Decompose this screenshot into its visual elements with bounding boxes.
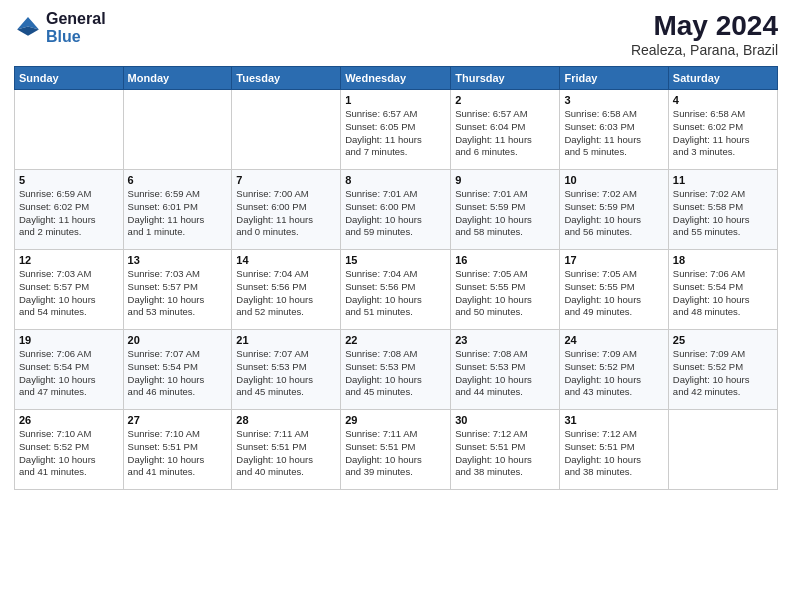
calendar-cell: 30Sunrise: 7:12 AM Sunset: 5:51 PM Dayli…	[451, 410, 560, 490]
day-info: Sunrise: 7:06 AM Sunset: 5:54 PM Dayligh…	[19, 348, 119, 399]
day-info: Sunrise: 6:58 AM Sunset: 6:03 PM Dayligh…	[564, 108, 663, 159]
col-header-monday: Monday	[123, 67, 232, 90]
week-row-3: 12Sunrise: 7:03 AM Sunset: 5:57 PM Dayli…	[15, 250, 778, 330]
day-number: 7	[236, 174, 336, 186]
week-row-5: 26Sunrise: 7:10 AM Sunset: 5:52 PM Dayli…	[15, 410, 778, 490]
calendar-cell: 18Sunrise: 7:06 AM Sunset: 5:54 PM Dayli…	[668, 250, 777, 330]
calendar-cell: 15Sunrise: 7:04 AM Sunset: 5:56 PM Dayli…	[341, 250, 451, 330]
day-number: 30	[455, 414, 555, 426]
day-info: Sunrise: 6:58 AM Sunset: 6:02 PM Dayligh…	[673, 108, 773, 159]
day-number: 16	[455, 254, 555, 266]
calendar-cell: 19Sunrise: 7:06 AM Sunset: 5:54 PM Dayli…	[15, 330, 124, 410]
day-number: 26	[19, 414, 119, 426]
day-info: Sunrise: 7:10 AM Sunset: 5:52 PM Dayligh…	[19, 428, 119, 479]
day-info: Sunrise: 6:57 AM Sunset: 6:04 PM Dayligh…	[455, 108, 555, 159]
day-number: 19	[19, 334, 119, 346]
header: General Blue May 2024 Realeza, Parana, B…	[14, 10, 778, 58]
day-number: 25	[673, 334, 773, 346]
day-info: Sunrise: 7:00 AM Sunset: 6:00 PM Dayligh…	[236, 188, 336, 239]
day-number: 20	[128, 334, 228, 346]
col-header-tuesday: Tuesday	[232, 67, 341, 90]
day-info: Sunrise: 7:03 AM Sunset: 5:57 PM Dayligh…	[128, 268, 228, 319]
calendar-cell: 9Sunrise: 7:01 AM Sunset: 5:59 PM Daylig…	[451, 170, 560, 250]
day-number: 2	[455, 94, 555, 106]
calendar-cell: 31Sunrise: 7:12 AM Sunset: 5:51 PM Dayli…	[560, 410, 668, 490]
calendar-cell: 2Sunrise: 6:57 AM Sunset: 6:04 PM Daylig…	[451, 90, 560, 170]
day-info: Sunrise: 7:12 AM Sunset: 5:51 PM Dayligh…	[564, 428, 663, 479]
day-number: 23	[455, 334, 555, 346]
subtitle: Realeza, Parana, Brazil	[631, 42, 778, 58]
day-number: 1	[345, 94, 446, 106]
day-number: 4	[673, 94, 773, 106]
week-row-1: 1Sunrise: 6:57 AM Sunset: 6:05 PM Daylig…	[15, 90, 778, 170]
calendar-cell: 29Sunrise: 7:11 AM Sunset: 5:51 PM Dayli…	[341, 410, 451, 490]
calendar-cell: 22Sunrise: 7:08 AM Sunset: 5:53 PM Dayli…	[341, 330, 451, 410]
day-info: Sunrise: 7:09 AM Sunset: 5:52 PM Dayligh…	[564, 348, 663, 399]
day-number: 28	[236, 414, 336, 426]
day-number: 29	[345, 414, 446, 426]
day-number: 6	[128, 174, 228, 186]
calendar-cell	[232, 90, 341, 170]
week-row-4: 19Sunrise: 7:06 AM Sunset: 5:54 PM Dayli…	[15, 330, 778, 410]
day-number: 21	[236, 334, 336, 346]
calendar-cell: 14Sunrise: 7:04 AM Sunset: 5:56 PM Dayli…	[232, 250, 341, 330]
col-header-saturday: Saturday	[668, 67, 777, 90]
calendar-cell: 20Sunrise: 7:07 AM Sunset: 5:54 PM Dayli…	[123, 330, 232, 410]
day-info: Sunrise: 7:12 AM Sunset: 5:51 PM Dayligh…	[455, 428, 555, 479]
calendar-cell: 3Sunrise: 6:58 AM Sunset: 6:03 PM Daylig…	[560, 90, 668, 170]
calendar-cell	[123, 90, 232, 170]
day-number: 12	[19, 254, 119, 266]
day-info: Sunrise: 7:02 AM Sunset: 5:59 PM Dayligh…	[564, 188, 663, 239]
logo: General Blue	[14, 10, 106, 45]
day-info: Sunrise: 6:57 AM Sunset: 6:05 PM Dayligh…	[345, 108, 446, 159]
day-info: Sunrise: 6:59 AM Sunset: 6:01 PM Dayligh…	[128, 188, 228, 239]
day-info: Sunrise: 7:06 AM Sunset: 5:54 PM Dayligh…	[673, 268, 773, 319]
page: General Blue May 2024 Realeza, Parana, B…	[0, 0, 792, 612]
day-info: Sunrise: 7:08 AM Sunset: 5:53 PM Dayligh…	[455, 348, 555, 399]
day-info: Sunrise: 7:03 AM Sunset: 5:57 PM Dayligh…	[19, 268, 119, 319]
day-info: Sunrise: 7:02 AM Sunset: 5:58 PM Dayligh…	[673, 188, 773, 239]
day-number: 24	[564, 334, 663, 346]
calendar-cell: 13Sunrise: 7:03 AM Sunset: 5:57 PM Dayli…	[123, 250, 232, 330]
calendar-cell: 21Sunrise: 7:07 AM Sunset: 5:53 PM Dayli…	[232, 330, 341, 410]
day-number: 27	[128, 414, 228, 426]
logo-icon	[14, 14, 42, 42]
day-number: 13	[128, 254, 228, 266]
calendar-header-row: SundayMondayTuesdayWednesdayThursdayFrid…	[15, 67, 778, 90]
calendar-cell: 26Sunrise: 7:10 AM Sunset: 5:52 PM Dayli…	[15, 410, 124, 490]
day-number: 8	[345, 174, 446, 186]
calendar-cell: 1Sunrise: 6:57 AM Sunset: 6:05 PM Daylig…	[341, 90, 451, 170]
day-info: Sunrise: 7:05 AM Sunset: 5:55 PM Dayligh…	[564, 268, 663, 319]
day-number: 22	[345, 334, 446, 346]
col-header-thursday: Thursday	[451, 67, 560, 90]
calendar-cell: 8Sunrise: 7:01 AM Sunset: 6:00 PM Daylig…	[341, 170, 451, 250]
day-info: Sunrise: 6:59 AM Sunset: 6:02 PM Dayligh…	[19, 188, 119, 239]
logo-text: General Blue	[46, 10, 106, 45]
calendar-cell: 25Sunrise: 7:09 AM Sunset: 5:52 PM Dayli…	[668, 330, 777, 410]
day-number: 18	[673, 254, 773, 266]
calendar-cell: 17Sunrise: 7:05 AM Sunset: 5:55 PM Dayli…	[560, 250, 668, 330]
day-number: 10	[564, 174, 663, 186]
day-info: Sunrise: 7:07 AM Sunset: 5:53 PM Dayligh…	[236, 348, 336, 399]
day-number: 11	[673, 174, 773, 186]
calendar-cell: 28Sunrise: 7:11 AM Sunset: 5:51 PM Dayli…	[232, 410, 341, 490]
calendar-cell: 16Sunrise: 7:05 AM Sunset: 5:55 PM Dayli…	[451, 250, 560, 330]
calendar-cell: 11Sunrise: 7:02 AM Sunset: 5:58 PM Dayli…	[668, 170, 777, 250]
main-title: May 2024	[631, 10, 778, 42]
calendar-table: SundayMondayTuesdayWednesdayThursdayFrid…	[14, 66, 778, 490]
calendar-cell: 10Sunrise: 7:02 AM Sunset: 5:59 PM Dayli…	[560, 170, 668, 250]
day-number: 9	[455, 174, 555, 186]
calendar-cell: 7Sunrise: 7:00 AM Sunset: 6:00 PM Daylig…	[232, 170, 341, 250]
calendar-cell: 24Sunrise: 7:09 AM Sunset: 5:52 PM Dayli…	[560, 330, 668, 410]
day-info: Sunrise: 7:10 AM Sunset: 5:51 PM Dayligh…	[128, 428, 228, 479]
day-info: Sunrise: 7:05 AM Sunset: 5:55 PM Dayligh…	[455, 268, 555, 319]
calendar-cell	[668, 410, 777, 490]
day-info: Sunrise: 7:11 AM Sunset: 5:51 PM Dayligh…	[236, 428, 336, 479]
day-number: 3	[564, 94, 663, 106]
week-row-2: 5Sunrise: 6:59 AM Sunset: 6:02 PM Daylig…	[15, 170, 778, 250]
col-header-sunday: Sunday	[15, 67, 124, 90]
calendar-cell	[15, 90, 124, 170]
day-number: 5	[19, 174, 119, 186]
calendar-cell: 12Sunrise: 7:03 AM Sunset: 5:57 PM Dayli…	[15, 250, 124, 330]
day-info: Sunrise: 7:07 AM Sunset: 5:54 PM Dayligh…	[128, 348, 228, 399]
